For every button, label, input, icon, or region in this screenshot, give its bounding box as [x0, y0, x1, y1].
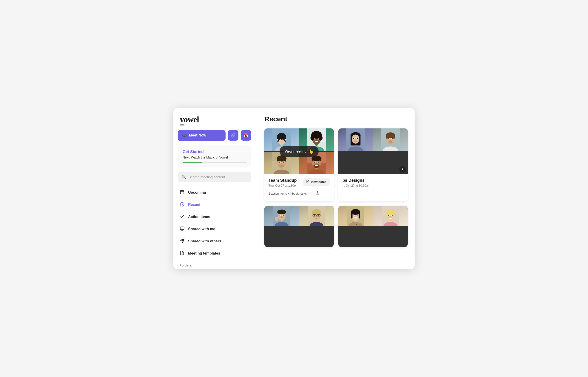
meeting-card-ps-designs[interactable]: 2 ps Designs n, Oct 27 at 10:30am [338, 129, 408, 201]
svg-rect-5 [180, 227, 184, 230]
svg-point-38 [315, 141, 318, 142]
svg-rect-47 [285, 158, 286, 161]
svg-point-101 [277, 210, 286, 214]
calendar-button[interactable]: 📅 [241, 130, 251, 141]
svg-point-125 [316, 216, 317, 217]
svg-point-68 [316, 163, 317, 164]
svg-rect-18 [284, 136, 286, 141]
svg-point-81 [353, 138, 354, 139]
sidebar-item-recent[interactable]: Recent [176, 199, 254, 211]
svg-point-123 [314, 215, 315, 216]
video-icon: 📹 [182, 133, 187, 138]
svg-point-23 [281, 140, 282, 141]
more-options-button[interactable]: ⋮ [323, 190, 330, 197]
svg-rect-60 [312, 158, 313, 161]
meeting-templates-label: Meeting templates [188, 251, 220, 256]
svg-point-95 [388, 141, 393, 144]
svg-point-24 [277, 139, 278, 141]
meetings-grid: View meeting 👆 Team Standup Thu, Oct 27 … [264, 129, 408, 201]
participant-photo-3 [264, 152, 299, 174]
svg-point-109 [283, 215, 284, 215]
meeting-action-buttons: ⋮ [314, 190, 330, 197]
share-button[interactable] [314, 190, 321, 197]
sidebar-item-meeting-templates[interactable]: Meeting templates [176, 247, 254, 259]
svg-point-136 [357, 215, 358, 215]
link-button[interactable]: 🔗 [228, 130, 238, 141]
svg-point-94 [392, 138, 393, 139]
svg-line-105 [277, 217, 277, 219]
meeting-card-row2-left[interactable] [264, 206, 334, 247]
meeting-thumbnail-team-standup: View meeting 👆 [264, 129, 334, 174]
notes-icon [306, 180, 309, 184]
svg-point-153 [390, 216, 391, 217]
svg-point-124 [318, 215, 319, 216]
link-icon: 🔗 [231, 133, 236, 138]
svg-point-37 [318, 139, 319, 140]
sidebar-actions: 📹 Meet Now 🔗 📅 [173, 130, 256, 145]
svg-point-52 [279, 165, 284, 167]
meet-now-label: Meet Now [189, 133, 206, 137]
meeting-card-info-ps-designs: ps Designs n, Oct 27 at 10:30am [338, 174, 408, 194]
svg-point-67 [315, 165, 318, 166]
meetings-second-row [264, 206, 408, 247]
search-box[interactable]: 🔍 Search meeting content [178, 172, 251, 182]
meet-now-button[interactable]: 📹 Meet Now [178, 130, 226, 141]
participant-photo-9 [338, 206, 373, 226]
svg-rect-17 [277, 136, 279, 141]
view-notes-button[interactable]: View notes [303, 178, 330, 186]
svg-point-66 [318, 161, 319, 162]
svg-point-39 [316, 140, 317, 141]
participant-photo-7 [264, 206, 299, 226]
svg-point-151 [392, 215, 393, 215]
svg-rect-131 [351, 212, 353, 218]
progress-bar-fill [183, 162, 202, 163]
meeting-meta-text: 2 action items • 4 bookmarks [268, 192, 307, 195]
svg-rect-147 [393, 212, 394, 217]
meeting-card-row2-right[interactable] [338, 206, 408, 247]
get-started-title: Get Started [183, 150, 247, 154]
shared-with-others-label: Shared with others [188, 239, 221, 243]
participant-photo-2 [299, 129, 334, 151]
svg-point-36 [314, 139, 315, 140]
svg-rect-146 [387, 212, 388, 217]
svg-point-152 [389, 217, 392, 218]
participant-photo-4 [299, 152, 334, 174]
svg-point-21 [279, 139, 280, 140]
meeting-thumbnail-ps-designs: 2 [338, 129, 408, 174]
search-placeholder: Search meeting content [189, 175, 225, 179]
meeting-card-team-standup[interactable]: View meeting 👆 Team Standup Thu, Oct 27 … [264, 129, 334, 201]
svg-point-25 [285, 139, 287, 141]
app-container: vowel 📹 Meet Now 🔗 📅 Get Started Next: W… [173, 108, 415, 269]
sidebar-item-upcoming[interactable]: Upcoming [176, 187, 254, 199]
sidebar-item-shared-with-me[interactable]: Shared with me [176, 223, 254, 235]
shared-with-me-label: Shared with me [188, 227, 215, 231]
svg-rect-132 [358, 212, 360, 218]
view-notes-label: View notes [311, 180, 326, 184]
sidebar-item-shared-with-others[interactable]: Shared with others [176, 235, 254, 247]
meeting-title-standup: Team Standup [268, 178, 298, 183]
logo-area: vowel [173, 108, 256, 130]
svg-point-78 [352, 134, 359, 144]
svg-point-53 [281, 163, 282, 164]
svg-point-150 [388, 215, 389, 215]
meeting-meta-standup: 2 action items • 4 bookmarks ⋮ [268, 190, 330, 197]
check-icon [179, 214, 185, 220]
meeting-date-standup: Thu, Oct 27 at 1:30pm [268, 184, 298, 187]
meeting-title-ps-designs: ps Designs [343, 178, 404, 183]
svg-point-33 [319, 135, 323, 140]
sidebar-item-action-items[interactable]: Action items [176, 211, 254, 223]
upcoming-label: Upcoming [188, 190, 206, 195]
svg-rect-89 [386, 135, 388, 139]
meeting-date-ps-designs: n, Oct 27 at 10:30am [343, 184, 404, 187]
participant-photo-10 [373, 206, 408, 226]
get-started-subtitle: Next: Watch the Magic of Vowel [183, 155, 247, 159]
sidebar: vowel 📹 Meet Now 🔗 📅 Get Started Next: W… [173, 108, 256, 269]
participant-photo-5 [338, 129, 373, 151]
svg-point-96 [390, 140, 391, 141]
svg-point-32 [311, 135, 314, 140]
nav-list: Upcoming Recent Action items [173, 187, 256, 259]
svg-rect-0 [181, 190, 184, 194]
extra-participants-badge: 2 [399, 166, 406, 173]
svg-point-50 [279, 161, 280, 162]
svg-rect-46 [277, 158, 279, 161]
